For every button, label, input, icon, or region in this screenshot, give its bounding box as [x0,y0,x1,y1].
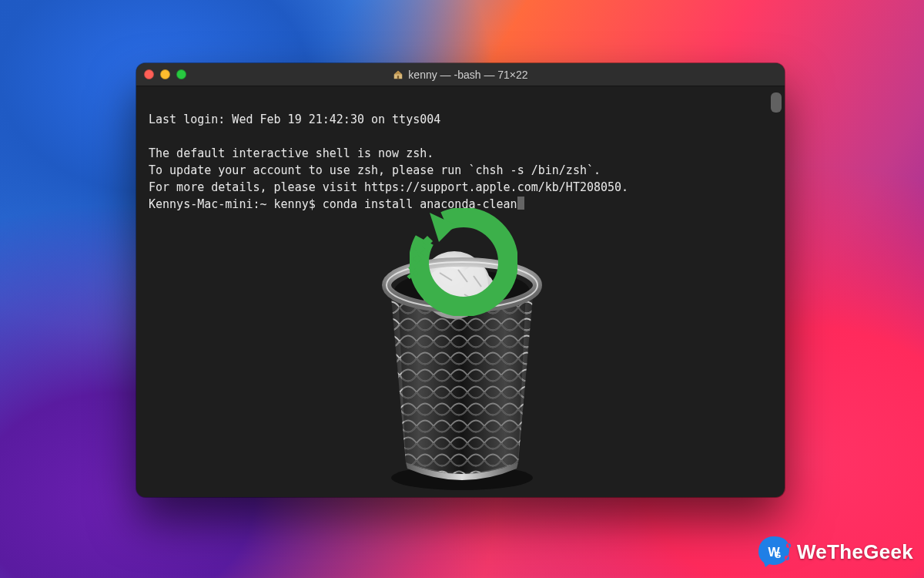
terminal-prompt: Kennys-Mac-mini:~ kenny$ [149,197,323,211]
svg-rect-0 [397,76,399,79]
close-icon[interactable] [144,69,154,79]
minimize-icon[interactable] [160,69,170,79]
terminal-line: Last login: Wed Feb 19 21:42:30 on ttys0… [149,113,440,126]
watermark-text: WeTheGeek [797,540,913,564]
terminal-window[interactable]: kenny — -bash — 71×22 Last login: Wed Fe… [136,63,785,497]
scrollbar-thumb[interactable] [771,92,782,113]
terminal-output[interactable]: Last login: Wed Feb 19 21:42:30 on ttys0… [136,86,785,497]
svg-text:G: G [775,550,782,560]
zoom-icon[interactable] [176,69,186,79]
terminal-line: For more details, please visit https://s… [149,180,628,194]
window-title: kenny — -bash — 71×22 [136,69,785,81]
watermark: W G WeTheGeek [757,535,913,569]
home-icon [393,69,403,80]
window-titlebar[interactable]: kenny — -bash — 71×22 [136,63,785,86]
terminal-line: To update your account to use zsh, pleas… [149,163,601,177]
terminal-command: conda install anaconda-clean [323,197,517,211]
terminal-cursor [517,197,524,210]
window-title-text: kenny — -bash — 71×22 [408,69,527,81]
traffic-lights [144,69,186,79]
terminal-line: The default interactive shell is now zsh… [149,146,434,160]
watermark-badge-icon: W G [757,535,791,569]
